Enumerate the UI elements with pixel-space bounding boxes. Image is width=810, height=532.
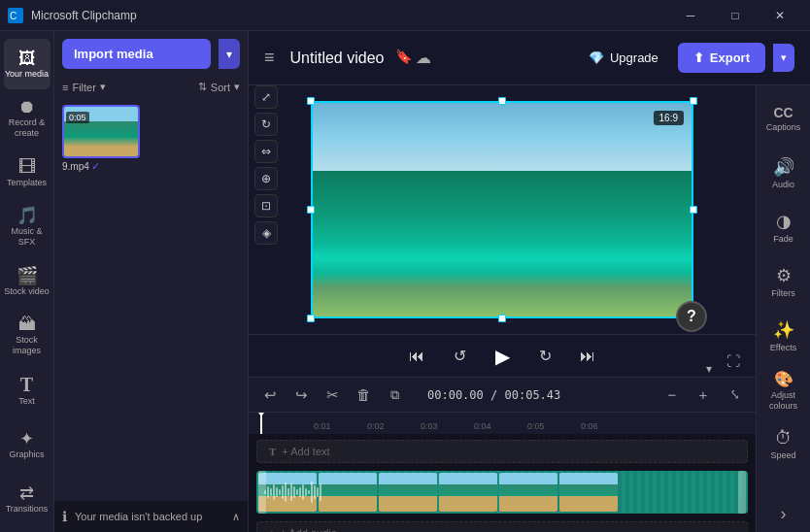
export-button[interactable]: ⬆ Export bbox=[678, 43, 765, 73]
minimize-button[interactable]: ─ bbox=[668, 0, 713, 31]
media-filename: 9.mp4 ✓ bbox=[62, 158, 140, 175]
ruler-label: 0:02 bbox=[367, 421, 385, 431]
audio-waveform bbox=[264, 481, 740, 504]
expand-footer-icon[interactable]: ∧ bbox=[232, 511, 240, 523]
opacity-button[interactable]: ◈ bbox=[254, 221, 278, 245]
upgrade-button[interactable]: 💎 Upgrade bbox=[577, 45, 670, 71]
flip-h-button[interactable]: ⇔ bbox=[254, 140, 278, 163]
rotate-button[interactable]: ↻ bbox=[254, 113, 278, 136]
transform-tools: ⤢ ↻ ⇔ ⊕ ⊡ ◈ bbox=[254, 85, 278, 245]
video-track[interactable] bbox=[256, 471, 748, 514]
add-audio-track[interactable]: ♪ + Add audio bbox=[256, 521, 748, 532]
music-icon: 🎵 bbox=[17, 207, 38, 224]
help-button[interactable]: ? bbox=[676, 301, 707, 332]
zoom-in-button[interactable]: + bbox=[690, 382, 717, 409]
sidebar-item-graphics[interactable]: ✦ Graphics bbox=[4, 419, 51, 470]
rewind-5-icon: ↺ bbox=[454, 347, 466, 365]
chevron-down-icon[interactable]: ▾ bbox=[706, 362, 712, 376]
undo-icon: ↩ bbox=[264, 386, 277, 404]
maximize-button[interactable]: □ bbox=[713, 0, 758, 31]
expand-icon: ⛶ bbox=[726, 353, 740, 369]
right-panel-effects[interactable]: ✨ Effects bbox=[760, 311, 807, 361]
resize-button[interactable]: ⤢ bbox=[254, 85, 278, 109]
export-dropdown-button[interactable]: ▾ bbox=[773, 44, 794, 72]
speed-icon: ⏱ bbox=[775, 428, 793, 449]
right-panel-speed[interactable]: ⏱ Speed bbox=[760, 419, 807, 470]
add-audio-label: + Add audio bbox=[281, 527, 337, 532]
right-panel-audio[interactable]: 🔊 Audio bbox=[760, 148, 807, 198]
right-sidebar: CC Captions 🔊 Audio ◑ Fade ⚙ Filters ✨ bbox=[756, 85, 810, 532]
ruler-label: 0:01 bbox=[314, 421, 331, 431]
templates-icon: 🎞 bbox=[18, 158, 36, 176]
timeline-zoom: − + ⤥ bbox=[658, 382, 748, 409]
filter-arrow-icon: ▾ bbox=[100, 81, 106, 93]
import-dropdown-button[interactable]: ▾ bbox=[219, 39, 240, 69]
bookmark-icon[interactable]: 🔖 bbox=[395, 49, 412, 67]
track-handle-right[interactable] bbox=[738, 471, 746, 514]
skip-forward-button[interactable]: ⏭ bbox=[574, 343, 601, 370]
record-icon: ⏺ bbox=[18, 98, 36, 116]
filter-button[interactable]: ≡ Filter ▾ bbox=[62, 81, 106, 93]
cloud-icon: ☁ bbox=[416, 49, 431, 67]
beach-layer bbox=[313, 274, 692, 316]
sidebar-item-record-create[interactable]: ⏺ Record &create bbox=[4, 93, 51, 144]
position-button[interactable]: ⊕ bbox=[254, 167, 278, 190]
right-panel-filters[interactable]: ⚙ Filters bbox=[760, 256, 807, 307]
video-preview: 16:9 ? bbox=[313, 103, 692, 316]
redo-button[interactable]: ↪ bbox=[287, 382, 315, 409]
wave-bar bbox=[273, 484, 275, 500]
sort-arrow-icon: ▾ bbox=[234, 81, 240, 93]
forward-5-button[interactable]: ↻ bbox=[531, 343, 558, 370]
sidebar-item-your-media[interactable]: 🖼 Your media bbox=[4, 39, 51, 89]
wave-bar bbox=[311, 482, 313, 503]
diamond-icon: 💎 bbox=[589, 50, 604, 65]
split-button[interactable]: ⤥ bbox=[721, 382, 748, 409]
sidebar-item-stock-video[interactable]: 🎬 Stock video bbox=[4, 256, 51, 307]
speed-label: Speed bbox=[770, 450, 795, 461]
sidebar-item-stock-images[interactable]: 🏔 Stock images bbox=[4, 311, 51, 361]
sidebar-label-text: Text bbox=[18, 396, 35, 407]
right-panel-captions[interactable]: CC Captions bbox=[760, 93, 807, 144]
ruler-label: 0:03 bbox=[421, 421, 438, 431]
add-text-track[interactable]: T + Add text bbox=[256, 440, 748, 463]
wave-bar bbox=[287, 488, 289, 496]
app-icon: C bbox=[8, 8, 23, 23]
zoom-out-button[interactable]: − bbox=[658, 382, 686, 409]
project-title[interactable]: Untitled video bbox=[290, 50, 385, 67]
wave-bar bbox=[290, 483, 292, 501]
current-time: 00:00.00 bbox=[427, 388, 484, 402]
import-media-button[interactable]: Import media bbox=[62, 39, 211, 69]
sidebar-item-text[interactable]: T Text bbox=[4, 365, 51, 416]
play-pause-button[interactable]: ▶ bbox=[489, 343, 516, 370]
stock-images-icon: 🏔 bbox=[18, 316, 36, 333]
hamburger-menu-icon[interactable]: ≡ bbox=[264, 48, 275, 68]
close-button[interactable]: ✕ bbox=[758, 0, 802, 31]
sort-button[interactable]: ⇅ Sort ▾ bbox=[198, 81, 240, 93]
fade-label: Fade bbox=[773, 234, 793, 245]
right-panel-fade[interactable]: ◑ Fade bbox=[760, 202, 807, 252]
rewind-5-button[interactable]: ↺ bbox=[446, 343, 473, 370]
delete-button[interactable]: 🗑 bbox=[350, 382, 377, 409]
media-grid: 0:05 9.mp4 ✓ bbox=[54, 97, 248, 183]
cut-button[interactable]: ✂ bbox=[319, 382, 346, 409]
duplicate-button[interactable]: ⧉ bbox=[381, 382, 408, 409]
skip-back-button[interactable]: ⏮ bbox=[403, 343, 430, 370]
expand-preview-button[interactable]: ⛶ bbox=[726, 353, 740, 369]
media-panel-footer: ℹ Your media isn't backed up ∧ bbox=[54, 501, 248, 532]
crop-button[interactable]: ⊡ bbox=[254, 194, 278, 217]
video-canvas bbox=[313, 103, 692, 316]
thumbnail-image: 0:05 bbox=[64, 107, 138, 156]
collapse-panel-button[interactable]: › bbox=[781, 504, 787, 524]
track-handle-left[interactable] bbox=[258, 471, 266, 514]
split-icon: ⤥ bbox=[729, 387, 740, 402]
sidebar-label-your-media: Your media bbox=[5, 69, 49, 80]
sidebar-label-music: Music & SFX bbox=[4, 226, 51, 248]
sidebar-item-templates[interactable]: 🎞 Templates bbox=[4, 148, 51, 198]
right-panel-adjust-colours[interactable]: 🎨 Adjustcolours bbox=[760, 365, 807, 416]
sidebar-item-transitions[interactable]: ⇄ Transitions bbox=[4, 474, 51, 524]
sidebar-label-transitions: Transitions bbox=[6, 504, 49, 515]
undo-button[interactable]: ↩ bbox=[256, 382, 284, 409]
sidebar-item-music-sfx[interactable]: 🎵 Music & SFX bbox=[4, 202, 51, 252]
media-thumbnail[interactable]: 0:05 bbox=[62, 105, 140, 158]
wave-bar bbox=[282, 485, 284, 499]
